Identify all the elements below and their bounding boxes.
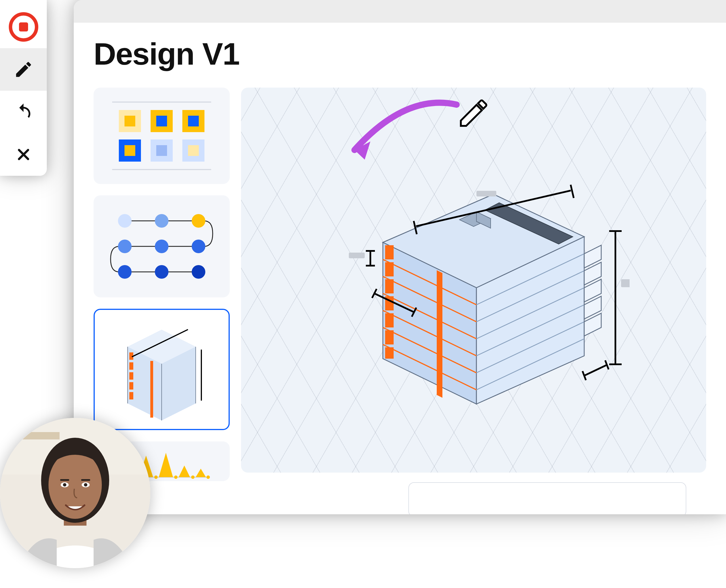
- annotation-pencil-icon: [457, 96, 491, 130]
- svg-rect-58: [385, 245, 394, 259]
- svg-rect-96: [81, 479, 90, 481]
- page-title: Design V1: [74, 23, 726, 85]
- svg-point-32: [191, 476, 194, 479]
- avatar-image: [0, 418, 150, 568]
- record-button[interactable]: [0, 6, 47, 48]
- thumbnail-swatches[interactable]: [94, 88, 230, 184]
- svg-rect-87: [8, 432, 60, 439]
- svg-point-7: [155, 265, 168, 279]
- svg-rect-18: [129, 392, 133, 399]
- svg-rect-62: [385, 313, 394, 328]
- close-button[interactable]: [0, 133, 47, 176]
- redo-button[interactable]: [0, 91, 47, 133]
- svg-rect-95: [60, 479, 69, 481]
- stop-record-icon: [9, 12, 38, 42]
- svg-point-4: [155, 239, 168, 253]
- floating-toolbar: [0, 0, 47, 176]
- svg-point-6: [118, 265, 131, 279]
- svg-point-0: [118, 214, 131, 228]
- edit-button[interactable]: [0, 48, 47, 91]
- svg-rect-19: [150, 361, 153, 418]
- thumbnail-building[interactable]: [94, 309, 230, 430]
- svg-rect-82: [349, 253, 365, 258]
- svg-rect-59: [385, 262, 394, 276]
- svg-point-1: [155, 214, 168, 228]
- svg-line-68: [571, 185, 574, 198]
- window-titlebar: [74, 0, 726, 23]
- svg-rect-63: [385, 330, 394, 344]
- caption-input[interactable]: [408, 482, 686, 514]
- svg-point-5: [192, 239, 205, 253]
- svg-rect-64: [385, 347, 394, 359]
- presenter-avatar: [0, 418, 150, 568]
- divider: [112, 169, 211, 170]
- svg-line-72: [584, 365, 607, 376]
- svg-rect-16: [129, 372, 133, 380]
- svg-rect-17: [129, 382, 133, 390]
- svg-point-33: [206, 476, 210, 479]
- svg-rect-83: [621, 279, 629, 287]
- svg-rect-60: [385, 279, 394, 293]
- svg-marker-27: [196, 469, 206, 477]
- svg-point-94: [84, 483, 87, 486]
- thumbnail-flow[interactable]: [94, 195, 230, 297]
- building-thumb-icon: [108, 318, 215, 420]
- svg-point-31: [174, 476, 178, 479]
- divider: [112, 102, 211, 103]
- svg-point-3: [118, 239, 131, 253]
- svg-marker-25: [159, 453, 173, 477]
- building-model: [318, 160, 629, 415]
- svg-point-2: [192, 214, 205, 228]
- svg-point-30: [154, 476, 158, 479]
- svg-rect-81: [476, 191, 496, 196]
- svg-point-8: [192, 265, 205, 279]
- flow-diagram-icon: [108, 207, 215, 286]
- svg-rect-15: [129, 362, 133, 370]
- pencil-icon: [14, 60, 34, 79]
- svg-marker-65: [437, 270, 442, 398]
- close-icon: [15, 145, 33, 164]
- main-canvas[interactable]: [241, 88, 706, 472]
- svg-marker-26: [179, 465, 190, 477]
- svg-point-93: [63, 483, 66, 486]
- redo-icon: [13, 102, 34, 122]
- design-window: Design V1: [74, 0, 726, 514]
